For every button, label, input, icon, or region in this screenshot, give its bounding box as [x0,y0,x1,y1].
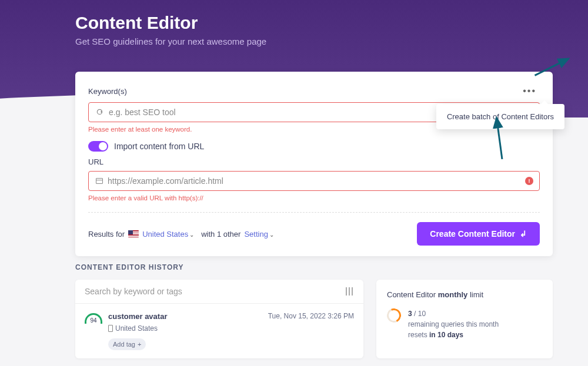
card-footer: Results for United States⌄ with 1 other … [88,222,540,246]
country-select[interactable]: United States⌄ [142,230,194,239]
with-other-label: with 1 other [201,230,240,239]
create-content-editor-button[interactable]: Create Content Editor ↲ [417,222,540,246]
error-icon: ! [525,177,533,185]
limit-title: Content Editor monthly limit [387,290,542,299]
history-item-location: United States [108,324,167,333]
url-label: URL [88,157,540,166]
url-error: Please enter a valid URL with http(s):// [88,194,540,202]
history-item-title: customer avatar [108,312,167,321]
history-search-input[interactable] [85,287,345,296]
history-section: CONTENT EDITOR HISTORY 94 customer avata… [75,263,553,358]
page-subtitle: Get SEO guidelines for your next awesome… [75,36,513,46]
history-list-panel: 94 customer avatar United States Tue, No… [75,280,363,358]
history-section-title: CONTENT EDITOR HISTORY [75,263,553,271]
chevron-down-icon: ⌄ [269,231,274,238]
page-title: Content Editor [75,13,513,33]
results-for-label: Results for [88,230,125,239]
keyword-icon [96,108,104,116]
results-settings: Results for United States⌄ with 1 other … [88,230,274,239]
url-input[interactable] [108,176,532,186]
url-input-wrap[interactable]: ! [88,171,540,191]
create-card: Keyword(s) ••• Please enter at least one… [75,72,553,256]
device-icon [108,325,113,332]
url-section: URL ! Please enter a valid URL with http… [88,157,540,202]
keywords-label: Keyword(s) [88,87,127,96]
add-tag-button[interactable]: Add tag + [108,338,146,350]
limit-text: 3 / 10 remaining queries this month rese… [408,308,499,340]
browser-icon [96,178,103,184]
score-gauge: 94 [85,313,102,324]
history-item[interactable]: 94 customer avatar United States Tue, No… [75,304,363,358]
us-flag-icon [128,230,139,237]
usage-gauge-icon [385,307,403,325]
divider [88,212,540,213]
more-menu-button[interactable]: ••• [519,85,540,98]
import-toggle[interactable] [88,141,108,152]
keywords-label-row: Keyword(s) ••• [88,85,540,98]
chevron-down-icon: ⌄ [189,231,194,238]
filter-icon[interactable] [345,287,354,296]
plus-icon: + [138,341,141,348]
history-search-row [75,280,363,304]
history-item-date: Tue, Nov 15, 2022 3:26 PM [268,312,354,320]
history-grid: 94 customer avatar United States Tue, No… [75,280,553,358]
enter-icon: ↲ [520,229,527,239]
setting-select[interactable]: Setting⌄ [244,230,273,239]
limit-panel: Content Editor monthly limit 3 / 10 rema… [376,280,553,358]
import-toggle-label: Import content from URL [114,142,204,151]
import-toggle-row: Import content from URL [88,141,540,152]
more-menu-tooltip[interactable]: Create batch of Content Editors [436,104,564,129]
